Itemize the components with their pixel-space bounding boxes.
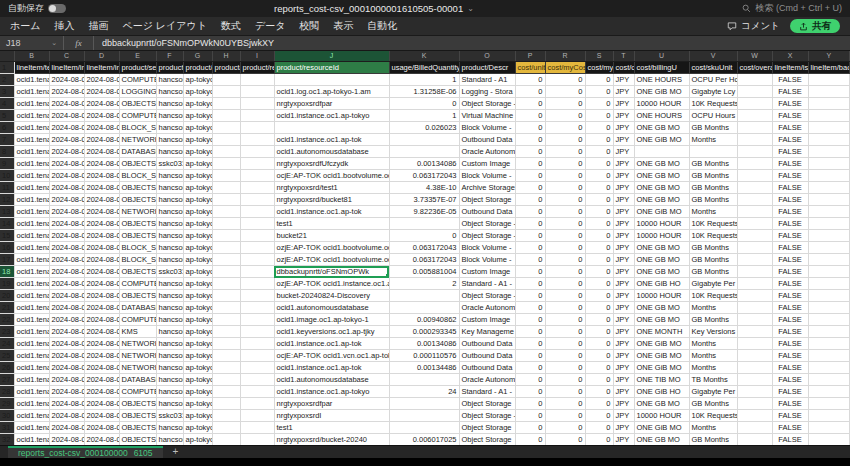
cell-U31[interactable]: ONE GiB MO	[634, 422, 689, 434]
row-header-5[interactable]: 5	[0, 110, 14, 122]
cell-R23[interactable]: 0	[545, 326, 585, 338]
cell-I22[interactable]	[240, 314, 274, 326]
cell-E25[interactable]: NETWORK	[119, 350, 156, 362]
cell-G17[interactable]: ap-tokyo-1	[183, 254, 212, 266]
cell-C23[interactable]: 2024-08-04T	[49, 326, 84, 338]
cell-B11[interactable]: ocid1.tenanc	[14, 182, 49, 194]
cell-I6[interactable]	[240, 122, 274, 134]
cell-V8[interactable]	[689, 146, 737, 158]
cell-H14[interactable]	[212, 218, 240, 230]
cell-W24[interactable]	[737, 338, 772, 350]
cell-I18[interactable]	[240, 266, 274, 278]
cell-B3[interactable]: ocid1.tenanc	[14, 86, 49, 98]
cell-R2[interactable]: 0	[545, 74, 585, 86]
cell-H31[interactable]	[212, 422, 240, 434]
cell-F4[interactable]: hancson	[156, 98, 183, 110]
cell-S8[interactable]: 0	[585, 146, 613, 158]
cell-B17[interactable]: ocid1.tenanc	[14, 254, 49, 266]
cell-K6[interactable]: 0.026023	[389, 122, 459, 134]
cell-P9[interactable]: 0	[515, 158, 545, 170]
cell-B22[interactable]: ocid1.tenanc	[14, 314, 49, 326]
cell-D2[interactable]: 2024-08-04T	[84, 74, 119, 86]
cell-E29[interactable]: OBJECTSTO	[119, 398, 156, 410]
cell-B2[interactable]: ocid1.tenanc	[14, 74, 49, 86]
cell-I3[interactable]	[240, 86, 274, 98]
cell-I32[interactable]	[240, 434, 274, 446]
cell-P10[interactable]: 0	[515, 170, 545, 182]
cell-K15[interactable]: 0	[389, 230, 459, 242]
cell-S4[interactable]: 0	[585, 98, 613, 110]
cell-U10[interactable]: ONE GB MO	[634, 170, 689, 182]
cell-T6[interactable]: JPY	[613, 122, 634, 134]
cell-P5[interactable]: 0	[515, 110, 545, 122]
cell-D23[interactable]: 2024-08-04T	[84, 326, 119, 338]
cell-F9[interactable]: sskc0315	[156, 158, 183, 170]
cell-G23[interactable]: ap-tokyo-1	[183, 326, 212, 338]
cell-X14[interactable]: FALSE	[772, 218, 808, 230]
cell-H27[interactable]	[212, 374, 240, 386]
cell-U14[interactable]: 10000 HOUR	[634, 218, 689, 230]
cell-S21[interactable]: 0	[585, 302, 613, 314]
cell-G24[interactable]: ap-tokyo-1	[183, 338, 212, 350]
cell-S2[interactable]: 0	[585, 74, 613, 86]
cell-F8[interactable]: hancson	[156, 146, 183, 158]
cell-C8[interactable]: 2024-08-04T	[49, 146, 84, 158]
cell-W18[interactable]	[737, 266, 772, 278]
cell-S19[interactable]: 0	[585, 278, 613, 290]
cell-F14[interactable]: hancson	[156, 218, 183, 230]
cell-B25[interactable]: ocid1.tenanc	[14, 350, 49, 362]
cell-P17[interactable]: 0	[515, 254, 545, 266]
cell-V26[interactable]: Months	[689, 362, 737, 374]
cell-D31[interactable]: 2024-08-04T	[84, 422, 119, 434]
cell-H1[interactable]: product/ava	[212, 62, 240, 74]
cell-R26[interactable]: 0	[545, 362, 585, 374]
row-header-10[interactable]: 10	[0, 170, 14, 182]
cell-F6[interactable]: hancson	[156, 122, 183, 134]
cell-H9[interactable]	[212, 158, 240, 170]
cell-P7[interactable]: 0	[515, 134, 545, 146]
cell-C29[interactable]: 2024-08-04T	[49, 398, 84, 410]
cell-K18[interactable]: 0.005881004	[389, 266, 459, 278]
cell-G19[interactable]: ap-tokyo-1	[183, 278, 212, 290]
cell-P12[interactable]: 0	[515, 194, 545, 206]
cell-H21[interactable]	[212, 302, 240, 314]
cell-G31[interactable]: ap-tokyo-1	[183, 422, 212, 434]
cell-Y26[interactable]	[808, 362, 850, 374]
cell-I17[interactable]	[240, 254, 274, 266]
menu-item-0[interactable]: ホーム	[10, 19, 40, 33]
cell-H2[interactable]	[212, 74, 240, 86]
cell-S9[interactable]: 0	[585, 158, 613, 170]
column-header-S[interactable]: S	[585, 51, 613, 62]
cell-K7[interactable]	[389, 134, 459, 146]
cell-D30[interactable]: 2024-08-04T	[84, 410, 119, 422]
cell-T27[interactable]: JPY	[613, 374, 634, 386]
cell-T22[interactable]: JPY	[613, 314, 634, 326]
cell-U3[interactable]: ONE GiB MO	[634, 86, 689, 98]
cell-U5[interactable]: ONE HOURS	[634, 110, 689, 122]
cell-W19[interactable]	[737, 278, 772, 290]
cell-T12[interactable]: JPY	[613, 194, 634, 206]
cell-G30[interactable]: ap-tokyo-1	[183, 410, 212, 422]
row-header-14[interactable]: 14	[0, 218, 14, 230]
cell-F32[interactable]: hancson	[156, 434, 183, 446]
cell-G15[interactable]: ap-tokyo-1	[183, 230, 212, 242]
cell-V16[interactable]: GB Months	[689, 242, 737, 254]
cell-F27[interactable]: hancson	[156, 374, 183, 386]
cell-W12[interactable]	[737, 194, 772, 206]
cell-U12[interactable]: ONE GB MO	[634, 194, 689, 206]
cell-O8[interactable]: Oracle Autonom	[459, 146, 515, 158]
cell-P2[interactable]: 0	[515, 74, 545, 86]
cell-T7[interactable]: JPY	[613, 134, 634, 146]
cell-H25[interactable]	[212, 350, 240, 362]
cell-B1[interactable]: lineItem/ten	[14, 62, 49, 74]
cell-R9[interactable]: 0	[545, 158, 585, 170]
cell-P13[interactable]: 0	[515, 206, 545, 218]
cell-J16[interactable]: ozjE:AP-TOK ocid1.bootvolume.oc1.ap-to	[274, 242, 389, 254]
cell-S3[interactable]: 0	[585, 86, 613, 98]
cell-E3[interactable]: LOGGING	[119, 86, 156, 98]
cell-W30[interactable]	[737, 410, 772, 422]
cell-R19[interactable]: 0	[545, 278, 585, 290]
cell-G4[interactable]: ap-tokyo-1	[183, 98, 212, 110]
cell-S28[interactable]: 0	[585, 386, 613, 398]
cell-S29[interactable]: 0	[585, 398, 613, 410]
